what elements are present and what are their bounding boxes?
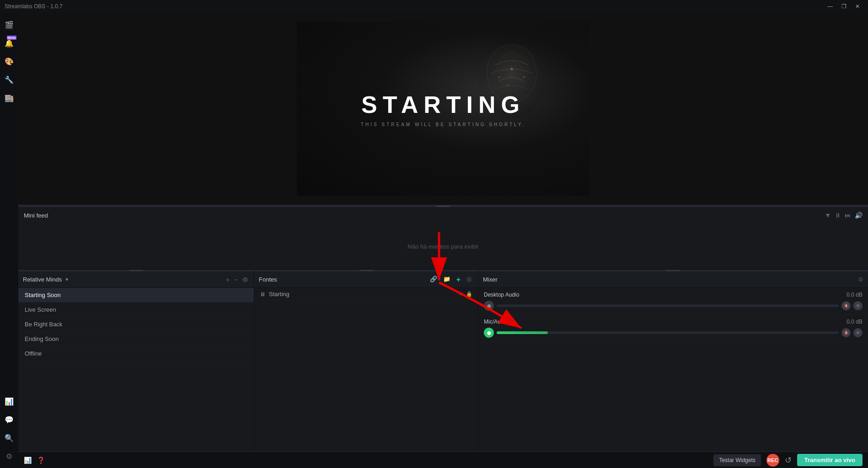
new-badge: Novo	[7, 36, 17, 40]
scenes-dropdown-arrow[interactable]: ▼	[64, 277, 69, 282]
starting-text: STARTING	[361, 91, 525, 118]
sidebar-item-alerts[interactable]: 🔔 Novo	[1, 35, 17, 51]
sources-panel-header: Fontes 🔗 📁 + ◎	[254, 271, 478, 288]
scenes-remove-button[interactable]: −	[233, 275, 239, 284]
mixer-channel-mic: Mic/Aux 0.0 dB ⬤ 🔇 ⚙	[478, 315, 868, 342]
source-visibility-icon[interactable]: 👁	[458, 291, 463, 297]
scene-item-offline[interactable]: Offline	[18, 346, 254, 361]
sidebar: 🎬 🔔 Novo 🎨 🔧 🏬 📊 💬 🔍 ⚙	[0, 13, 18, 468]
scene-item-starting-soon[interactable]: Starting Soon	[18, 288, 254, 303]
mixer-mic-name: Mic/Aux	[484, 319, 847, 325]
status-bar: 📊 ❓ Testar Widgets REC ↺ Transmitir ao v…	[18, 452, 868, 468]
scene-item-ending-soon[interactable]: Ending Soon	[18, 332, 254, 346]
mixer-mic-mute-button[interactable]: 🔇	[841, 328, 851, 337]
svg-point-3	[498, 76, 500, 78]
sidebar-item-search[interactable]: 🔍	[1, 430, 17, 446]
preview-canvas: STARTING THIS STREAM WILL BE STARTING SH…	[297, 22, 589, 196]
mixer-desktop-knob[interactable]: ⬤	[484, 301, 494, 311]
mixer-channel-desktop: Desktop Audio 0.0 dB ⬤ 🔇 ⚙	[478, 288, 868, 315]
mixer-desktop-track	[497, 304, 839, 307]
scenes-title: Relative Minds	[23, 276, 62, 283]
chat-icon: 💬	[5, 415, 14, 424]
mixer-mic-fill	[497, 331, 548, 334]
rec-label: REC	[767, 457, 778, 463]
mixer-desktop-mute-button[interactable]: 🔇	[841, 301, 851, 310]
feed-volume-icon[interactable]: 🔊	[855, 212, 863, 219]
test-widgets-button[interactable]: Testar Widgets	[713, 454, 761, 466]
rec-button[interactable]: REC	[766, 454, 779, 467]
scenes-resize-bar	[129, 270, 143, 271]
starting-sub: THIS STREAM WILL BE STARTING SHORTLY.	[361, 122, 525, 127]
sidebar-item-chat[interactable]: 💬	[1, 411, 17, 428]
scenes-settings-button[interactable]: ⚙	[241, 275, 249, 284]
source-item-starting[interactable]: 🖥 Starting 👁 🔒	[254, 288, 478, 301]
mixer-mic-track	[497, 331, 839, 334]
sources-resize-bar	[359, 270, 373, 271]
close-button[interactable]: ✕	[852, 2, 863, 11]
svg-point-4	[523, 76, 525, 78]
source-label: Starting	[269, 291, 289, 298]
mini-feed-header: Mini feed ▼ ⏸ ⏭ 🔊	[18, 207, 868, 223]
refresh-button[interactable]: ↺	[785, 455, 792, 465]
source-type-icon: 🖥	[260, 291, 265, 298]
source-lock-icon[interactable]: 🔒	[466, 291, 472, 297]
titlebar: Streamlabs OBS - 1.0.7 — ❐ ✕	[0, 0, 868, 13]
mixer-mic-db: 0.0 dB	[847, 319, 863, 325]
source-list: 🖥 Starting 👁 🔒	[254, 288, 478, 452]
preview-area: STARTING THIS STREAM WILL BE STARTING SH…	[18, 13, 868, 205]
tools-icon: 🔧	[5, 75, 14, 84]
themes-icon: 🎨	[5, 57, 14, 66]
mini-feed-title: Mini feed	[24, 212, 825, 219]
scene-item-live-screen[interactable]: Live Screen	[18, 303, 254, 317]
scenes-panel: Relative Minds ▼ + − ⚙ Starting Soon Liv…	[18, 270, 254, 452]
sidebar-item-tools[interactable]: 🔧	[1, 71, 17, 88]
mixer-desktop-name: Desktop Audio	[484, 292, 847, 298]
svg-point-2	[510, 68, 513, 70]
stream-icon: 🎬	[5, 21, 14, 29]
scene-item-be-right-back[interactable]: Be Right Back	[18, 317, 254, 332]
sidebar-item-stream[interactable]: 🎬	[1, 16, 17, 33]
sources-title: Fontes	[259, 276, 277, 283]
mixer-desktop-settings-button[interactable]: ⚙	[853, 301, 863, 310]
sources-link-button[interactable]: 🔗	[428, 275, 439, 285]
mixer-mic-knob[interactable]: ⬤	[484, 328, 494, 338]
sources-circle-button[interactable]: ◎	[465, 275, 473, 285]
analytics-icon: 📊	[5, 397, 14, 406]
settings-icon: ⚙	[6, 452, 12, 461]
scenes-panel-header: Relative Minds ▼ + − ⚙	[18, 271, 254, 288]
mini-feed: Mini feed ▼ ⏸ ⏭ 🔊 Não há eventos para ex…	[18, 205, 868, 269]
mixer-title: Mixer	[483, 276, 498, 283]
scene-list: Starting Soon Live Screen Be Right Back …	[18, 288, 254, 452]
alerts-icon: 🔔	[5, 39, 14, 48]
mixer-settings-button[interactable]: ⚙	[858, 276, 863, 283]
sources-add-button[interactable]: +	[455, 275, 462, 285]
scenes-add-button[interactable]: +	[225, 275, 230, 284]
feed-pause-icon[interactable]: ⏸	[835, 212, 841, 219]
sources-folder-button[interactable]: 📁	[441, 275, 452, 285]
feed-skip-icon[interactable]: ⏭	[845, 212, 851, 219]
mixer-resize-bar	[666, 270, 680, 271]
sidebar-item-settings[interactable]: ⚙	[1, 448, 17, 464]
app-title: Streamlabs OBS - 1.0.7	[5, 3, 824, 10]
mini-feed-content: Não há eventos para exibir	[18, 223, 868, 269]
mini-feed-empty-text: Não há eventos para exibir	[407, 243, 478, 250]
bottom-panel: Relative Minds ▼ + − ⚙ Starting Soon Liv…	[18, 269, 868, 452]
sidebar-item-themes[interactable]: 🎨	[1, 53, 17, 69]
sidebar-item-analytics[interactable]: 📊	[1, 393, 17, 410]
sources-panel: Fontes 🔗 📁 + ◎ 🖥 Starting 👁	[254, 270, 478, 452]
mixer-panel-header: Mixer ⚙	[478, 271, 868, 288]
maximize-button[interactable]: ❐	[838, 2, 850, 11]
minimize-button[interactable]: —	[824, 2, 836, 11]
search-icon: 🔍	[5, 434, 14, 442]
mixer-mic-settings-button[interactable]: ⚙	[853, 328, 863, 337]
stats-icon[interactable]: 📊	[24, 457, 32, 464]
help-icon[interactable]: ❓	[37, 457, 45, 464]
svg-point-5	[507, 85, 509, 86]
mixer-panel: Mixer ⚙ Desktop Audio 0.0 dB ⬤	[478, 270, 868, 452]
feed-filter-icon[interactable]: ▼	[825, 212, 831, 219]
mixer-desktop-db: 0.0 dB	[847, 292, 863, 298]
sidebar-item-store[interactable]: 🏬	[1, 90, 17, 106]
go-live-button[interactable]: Transmitir ao vivo	[797, 454, 863, 466]
store-icon: 🏬	[5, 94, 14, 102]
